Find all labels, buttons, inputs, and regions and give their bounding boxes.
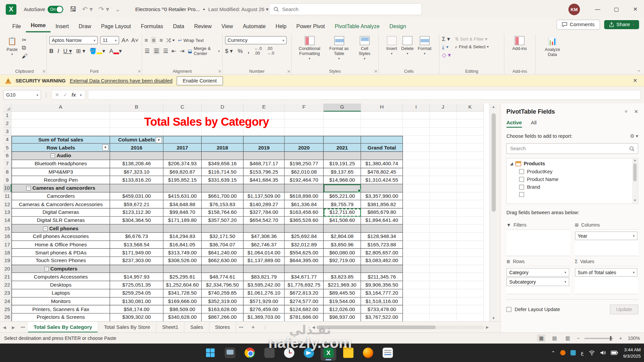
cell-G10[interactable] (324, 184, 361, 192)
cell-J18[interactable] (430, 249, 457, 257)
font-dialog-launcher[interactable]: ⇲ (138, 69, 141, 73)
cell-B12[interactable]: $59,672.21 (110, 200, 163, 208)
cell-C13[interactable]: $99,848.70 (163, 208, 202, 217)
tree-expander-icon[interactable]: ◢ (510, 162, 513, 166)
ribbon-collapse-icon[interactable]: ⌄ (637, 67, 641, 73)
row-header-4[interactable]: 4 (3, 136, 11, 144)
enable-content-button[interactable]: Enable Content (176, 76, 223, 85)
cell-E14[interactable]: $654,542.70 (244, 217, 284, 225)
column-header-D[interactable]: D (202, 104, 244, 112)
cell-A7[interactable]: Bluetooth Headphones (11, 160, 110, 168)
cell-I1[interactable] (403, 112, 430, 120)
cell-A3[interactable] (11, 128, 110, 136)
align-middle-icon[interactable]: ≡ (151, 37, 156, 44)
cell-I26[interactable] (403, 313, 430, 321)
security-bar-close-icon[interactable]: ✕ (633, 77, 637, 83)
ribbon-tab-draw[interactable]: Draw (74, 20, 96, 33)
sheet-nav-left-icon[interactable]: ◀ (0, 325, 9, 329)
cell-E25[interactable]: $276,459.00 (244, 305, 284, 313)
cell-G21[interactable]: $3,823.85 (324, 273, 361, 281)
analyze-data-button[interactable]: 📊 Analyze Data (538, 35, 567, 58)
filters-well[interactable] (506, 230, 570, 256)
taskbar-button-folder[interactable] (340, 345, 356, 361)
cell-D25[interactable]: $163,628.00 (202, 305, 244, 313)
cell-G5[interactable]: 2021 (324, 144, 361, 152)
cell-B7[interactable]: $138,208.46 (110, 160, 163, 168)
document-title[interactable]: Electronics ^0 Retailer Pro... • Last Mo… (135, 6, 268, 12)
ribbon-tab-page-layout[interactable]: Page Layout (96, 20, 136, 33)
cell-G3[interactable] (324, 128, 361, 136)
cell-E22[interactable]: $3,595,242.00 (244, 281, 284, 289)
cell-B10[interactable] (110, 184, 163, 192)
qat-customize-icon[interactable]: ⌄ (115, 5, 120, 13)
cell-G16[interactable]: $2,804.08 (324, 233, 361, 241)
cell-K14[interactable] (457, 217, 484, 225)
cell-G24[interactable]: $19,544.00 (324, 297, 361, 305)
cell-G9[interactable]: $14,968.00 (324, 176, 361, 184)
clipboard-dialog-launcher[interactable]: ⇲ (42, 69, 45, 73)
cell-F7[interactable]: $198,250.77 (285, 160, 324, 168)
cell-H12[interactable]: $381,856.82 (361, 200, 403, 208)
sheet-tab-total-sales-by-store[interactable]: Total Sales By Store (98, 322, 156, 333)
row-header-15[interactable]: 15 (3, 225, 11, 233)
sort-filter-button[interactable]: ⇅ Sort & Filter ▾ (455, 37, 489, 42)
cell-G19[interactable]: $92,719.00 (324, 257, 361, 265)
merge-center-button[interactable]: ⬓Merge & Center▾ (188, 46, 220, 56)
cell-C15[interactable] (163, 225, 202, 233)
cell-K1[interactable] (457, 112, 484, 120)
cell-K2[interactable] (457, 120, 484, 128)
cell-G7[interactable]: $19,191.25 (324, 160, 361, 168)
cell-J1[interactable] (430, 112, 457, 120)
ribbon-tab-review[interactable]: Review (189, 20, 217, 33)
cell-H15[interactable] (361, 225, 403, 233)
cell-G25[interactable]: $12,026.00 (324, 305, 361, 313)
panel-options-icon[interactable]: ˅ (625, 109, 628, 114)
cell-H6[interactable] (361, 152, 403, 160)
cell-H16[interactable]: $128,948.34 (361, 233, 403, 241)
tray-app2-icon[interactable] (571, 350, 576, 355)
fields-search-input[interactable]: Search (506, 143, 638, 154)
cell-A8[interactable]: MP4&MP3 (11, 168, 110, 176)
avatar[interactable]: KM (569, 3, 580, 15)
cell-I25[interactable] (403, 305, 430, 313)
cell-I15[interactable] (403, 225, 430, 233)
cell-E3[interactable] (244, 128, 284, 136)
cell-E17[interactable]: $62,746.37 (244, 241, 284, 249)
cell-styles-button[interactable]: Cell Styles▾ (354, 35, 375, 62)
cell-K13[interactable] (457, 208, 484, 217)
decrease-decimal-icon[interactable]: .00→.0 (267, 46, 274, 55)
cell-G8[interactable]: $9,137.65 (324, 168, 361, 176)
cell-J13[interactable] (430, 208, 457, 217)
cell-J20[interactable] (430, 265, 457, 273)
language-indicator[interactable]: ع (581, 350, 584, 356)
shrink-font-icon[interactable]: A˅ (131, 37, 138, 44)
cell-F2[interactable] (285, 120, 324, 128)
pivot-field-pill-year[interactable]: Year▾ (575, 232, 638, 240)
cell-C19[interactable]: $308,526.00 (163, 257, 202, 265)
cell-B18[interactable]: $171,949.00 (110, 249, 163, 257)
cell-E10[interactable] (244, 184, 284, 192)
cell-G26[interactable]: $98,937.00 (324, 313, 361, 321)
cell-D11[interactable]: $661,700.00 (202, 192, 244, 200)
cell-C25[interactable]: $98,509.00 (163, 305, 202, 313)
cell-K4[interactable] (457, 136, 484, 144)
cell-I20[interactable] (403, 265, 430, 273)
increase-indent-icon[interactable]: ⇥ (180, 48, 184, 54)
cell-D3[interactable] (202, 128, 244, 136)
delete-cells-button[interactable]: Delete▾ (399, 35, 415, 57)
row-header-22[interactable]: 22 (3, 281, 11, 289)
row-header-18[interactable]: 18 (3, 249, 11, 257)
row-header-16[interactable]: 16 (3, 233, 11, 241)
cell-A13[interactable]: Digital Cameras (11, 208, 110, 217)
horizontal-scrollbar[interactable]: ◀ ▶ (312, 324, 489, 330)
cell-J7[interactable] (430, 160, 457, 168)
columns-well[interactable]: Year▾ (575, 230, 638, 256)
field-checkbox[interactable] (519, 185, 524, 190)
cell-F21[interactable]: $34,671.77 (285, 273, 324, 281)
tray-chevron-up-icon[interactable]: ⌃ (551, 350, 555, 356)
row-header-26[interactable]: 26 (3, 313, 11, 321)
column-header-B[interactable]: B (110, 104, 163, 112)
cell-D6[interactable] (202, 152, 244, 160)
cell-G18[interactable]: $60,080.00 (324, 249, 361, 257)
new-sheet-button[interactable]: ＋ (246, 323, 260, 331)
